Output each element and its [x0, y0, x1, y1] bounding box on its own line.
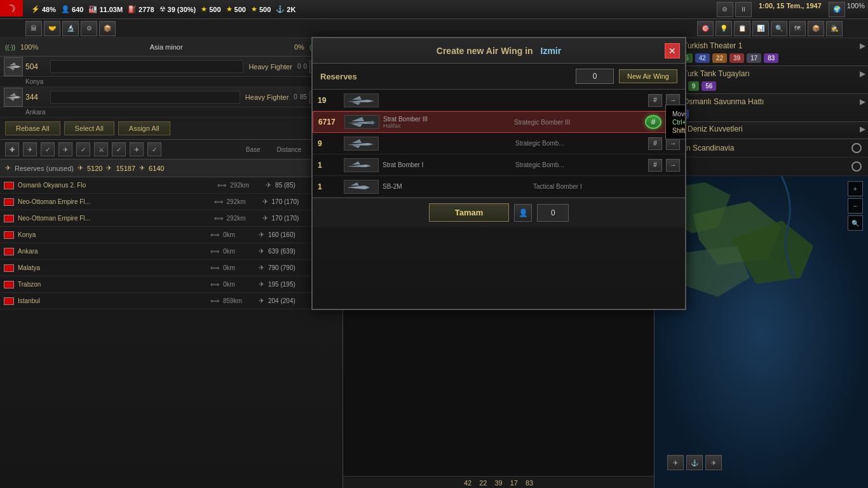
focus-icon[interactable]: 🎯 [697, 21, 714, 36]
assign-all-button[interactable]: Assign All [118, 121, 170, 135]
map-search-button[interactable]: 🔍 [848, 215, 863, 231]
nation-circle-1 [851, 161, 862, 172]
army-row-3[interactable]: Konya ⟺ 0km ✈ 160 (160) /2000 [0, 227, 342, 243]
resource-icon: ⛽ [128, 5, 137, 13]
army-row-1[interactable]: Neo-Ottoman Empire Fl... ⟺ 292km ✈ 170 (… [0, 194, 342, 210]
espionage-icon[interactable]: 🕵 [826, 21, 843, 36]
equip-img-3 [344, 158, 379, 172]
stat-v3: 39 [494, 479, 502, 487]
army-expand-2[interactable]: ▶ [860, 97, 865, 106]
pp-stat1: ★ 500 [201, 5, 220, 13]
naval-icon: ⚓ [276, 5, 285, 13]
filter-plane-icon[interactable]: ✈ [23, 142, 37, 156]
reserves-label: Reserves (unused) [15, 165, 74, 172]
army-row-2[interactable]: Neo-Ottoman Empire Fl... ⟺ 292km ✈ 170 (… [0, 210, 342, 227]
map-unit-btn-2[interactable]: ⚓ [686, 455, 703, 470]
reserves-plane4-icon: ✈ [139, 164, 145, 172]
army-row-6[interactable]: Trabzon ⟺ 0km ✈ 195 (195) /2000 [0, 276, 342, 293]
tamam-button[interactable]: Tamam [429, 203, 510, 222]
pp-stat3: ★ 500 [251, 5, 271, 13]
intelligence-icon[interactable]: 🔍 [771, 21, 787, 36]
filter-check4-icon[interactable]: ✓ [147, 142, 161, 156]
filter-check3-icon[interactable]: ✓ [112, 142, 126, 156]
map-zoom-in-button[interactable]: + [848, 181, 863, 196]
decisions-icon[interactable]: 📋 [734, 21, 750, 36]
army-arrows-5: ⟺ [210, 264, 219, 271]
production-icon[interactable]: ⚙ [81, 21, 97, 36]
filter-check-icon[interactable]: ✓ [41, 142, 55, 156]
equip-row-3: 1 Strat Bomber I Strategic Bomb... # → [313, 154, 685, 176]
equip-hash-btn-0[interactable]: # [648, 94, 662, 107]
diplomacy-icon[interactable]: 🤝 [44, 21, 60, 36]
equip-hash-btn-2[interactable]: # [648, 137, 662, 150]
top-bar: ☽ ⚡ 48% 👤 640 🏭 11.03M ⛽ 2778 ☢ 39 (30%)… [0, 0, 868, 19]
dialog-number-input[interactable] [537, 204, 569, 222]
army-title-1: Turk Tank Tugayları [683, 69, 856, 78]
army-expand-1[interactable]: ▶ [860, 69, 865, 78]
equip-count-1: 6717 [318, 118, 341, 126]
army-row-0[interactable]: Osmanlı Okyanus 2. Flo ⟺ 292km ✈ 85 (85)… [0, 177, 342, 194]
naval-stat: ⚓ 2K [276, 5, 295, 13]
army-dist-4: 0km [223, 248, 255, 255]
map-unit-btn-3[interactable]: ✈ [705, 455, 722, 470]
settings-icon[interactable]: ⚙ [717, 2, 733, 17]
dialog-reserves-input[interactable] [576, 69, 614, 84]
nation-scandinavia[interactable]: Northern Scandinavia [654, 139, 868, 158]
politics-icon[interactable]: 🏛 [25, 21, 42, 36]
army-plane-icon-7: ✈ [259, 297, 264, 305]
equip-type-1: Strategic Bomber III [514, 119, 641, 126]
filter-plane2-icon[interactable]: ✈ [58, 142, 72, 156]
map-unit-btn-1[interactable]: ✈ [667, 455, 684, 470]
army-arrows-3: ⟺ [210, 231, 219, 238]
equip-img-2 [344, 137, 379, 151]
equip-arrow-btn-3[interactable]: → [666, 159, 680, 172]
ideas-icon[interactable]: 💡 [715, 21, 732, 36]
signal-strength: 100% [20, 43, 38, 51]
equipment-list: 19 # → 6717 Strat Bomber III Halifax Str… [313, 90, 685, 198]
army-dist-6: 0km [223, 281, 255, 288]
globe-icon[interactable]: 🌍 [829, 2, 845, 17]
filter-sword-icon[interactable]: ⚔ [94, 142, 108, 156]
reserves-plane2-icon: ✈ [78, 164, 83, 172]
pause-icon[interactable]: ⏸ [735, 2, 752, 17]
army-row-7[interactable]: Istanbul ⟺ 859km ✈ 204 (204) /2000 [0, 293, 342, 309]
research-icon[interactable]: 🔬 [62, 21, 79, 36]
supply-icon[interactable]: 📦 [808, 21, 824, 36]
dialog-person-icon[interactable]: 👤 [514, 204, 532, 222]
army-name-4: Ankara [18, 248, 207, 255]
army-row-5[interactable]: Malatya ⟺ 0km ✈ 790 (790) /2000 [0, 260, 342, 276]
izmir-bottom-stats: 42 22 39 17 83 [343, 476, 654, 488]
statistics-icon[interactable]: 📊 [752, 21, 769, 36]
army-title-2: Osmanlı Savunma Hattı [683, 97, 856, 106]
rebase-all-button[interactable]: Rebase All [5, 121, 60, 135]
equip-hash-btn-3[interactable]: # [648, 159, 662, 172]
right-panel: 393 Turkish Theater 1 ▶ 154 36 42 22 39 … [654, 38, 868, 488]
army-expand-3[interactable]: ▶ [860, 125, 865, 133]
nation-greece[interactable]: Greece [654, 158, 868, 176]
army-name-5: Malatya [18, 264, 207, 271]
equip-arrow-btn-2[interactable]: → [666, 137, 680, 150]
army-arrows-2: ⟺ [214, 215, 223, 222]
manpower-icon: 👤 [61, 5, 70, 13]
map-mode-icon[interactable]: 🗺 [789, 21, 806, 36]
dialog-close-button[interactable]: ✕ [665, 43, 680, 58]
equip-count-0: 19 [318, 96, 340, 105]
equip-move-btn-1[interactable]: → [665, 116, 679, 128]
filter-plane3-icon[interactable]: ✈ [130, 142, 144, 156]
equip-add-button[interactable]: # [645, 115, 661, 129]
army-row-4[interactable]: Ankara ⟺ 0km ✈ 639 (639) /2000 [0, 243, 342, 260]
equip-arrow-btn-0[interactable]: → [666, 94, 680, 107]
equip-img-4 [344, 180, 379, 194]
map-zoom-out-button[interactable]: − [848, 198, 863, 214]
filter-check2-icon[interactable]: ✓ [76, 142, 90, 156]
wing-count-2: 344 [25, 93, 48, 102]
stability-icon: ⚡ [31, 5, 40, 13]
new-air-wing-button[interactable]: New Air Wing [619, 69, 677, 83]
dialog-title-text: Create new Air Wing in [437, 46, 533, 56]
army-expand-0[interactable]: ▶ [860, 41, 865, 50]
pp-stat2: ★ 500 [226, 5, 246, 13]
select-all-button[interactable]: Select All [64, 121, 114, 135]
trade-icon[interactable]: 📦 [99, 21, 116, 36]
filter-cross-icon[interactable]: ✚ [5, 142, 19, 156]
army-name-6: Trabzon [18, 281, 207, 288]
